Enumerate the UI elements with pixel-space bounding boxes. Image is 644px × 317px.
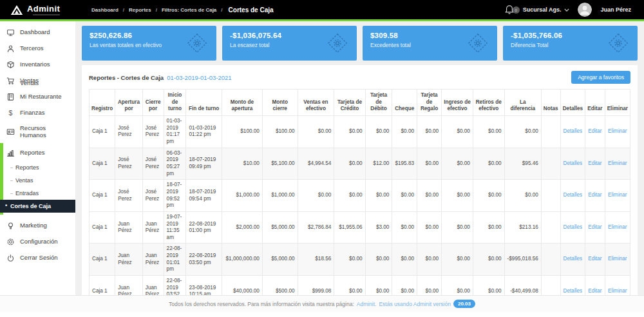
- add-to-favorites-button[interactable]: Agregar a favoritos: [571, 71, 630, 84]
- cell-monto_cierre: $1,000.00: [262, 180, 298, 212]
- cell-monto_apertura: $10.00: [222, 148, 262, 180]
- cell-delete: Eliminar: [605, 115, 630, 148]
- column-header: Cheque: [392, 90, 417, 116]
- delete-link[interactable]: Eliminar: [608, 128, 627, 134]
- delete-link[interactable]: Eliminar: [608, 256, 627, 262]
- breadcrumb-dashboard[interactable]: Dashboard: [91, 7, 118, 13]
- delete-link[interactable]: Eliminar: [608, 224, 627, 230]
- cell-details: Detalles: [560, 244, 585, 276]
- sidebar-item-ventas[interactable]: Ventas Ventas: [0, 73, 75, 89]
- cell-monto_apertura: $1,000,000.00: [222, 244, 262, 276]
- svg-text:$: $: [9, 109, 13, 117]
- edit-link[interactable]: Editar: [588, 128, 601, 134]
- cortes-table: RegistroApertura porCierre porInicio de …: [89, 89, 630, 295]
- page-title: Cortes de Caja: [229, 6, 274, 14]
- delete-link[interactable]: Eliminar: [608, 160, 627, 166]
- sidebar-item-terceros[interactable]: Terceros: [0, 41, 75, 57]
- details-link[interactable]: Detalles: [564, 192, 583, 198]
- report-date-range: 01-03-2019-01-03-2021: [167, 74, 231, 81]
- cell-monto_cierre: $5,000.00: [262, 244, 298, 276]
- sidebar-group-reportes: Reportes Reportes Ventas Entradas Cortes…: [0, 145, 75, 213]
- cell-fin_turno: 01-03-2019 01:22 pm: [186, 115, 222, 148]
- sidebar-item-inventarios[interactable]: Inventarios: [0, 57, 75, 73]
- delete-link[interactable]: Eliminar: [608, 288, 627, 294]
- breadcrumb-filtros[interactable]: Filtros: Cortes de Caja: [162, 7, 216, 13]
- details-link[interactable]: Detalles: [564, 288, 583, 294]
- cell-details: Detalles: [560, 180, 585, 212]
- cell-fin_turno: 18-07-2019 09:49 pm: [186, 148, 222, 180]
- cell-retiros_efectivo: $0.00: [473, 148, 504, 180]
- cell-tarjeta_debito: $0.00: [365, 276, 392, 295]
- details-link[interactable]: Detalles: [564, 256, 583, 262]
- branch-selector[interactable]: Sucursal Ags.: [523, 6, 570, 13]
- sidebar-item-label: Terceros: [20, 45, 43, 52]
- sidebar-subitem-ventas[interactable]: Ventas: [0, 174, 75, 187]
- sidebar-item-label: Dashboard: [20, 29, 50, 36]
- cell-la_diferencia: $95.46: [504, 148, 541, 180]
- sidebar-item-label: Configuración: [20, 238, 58, 245]
- table-row: Caja 1José PerezJosé Perez06-03-2019 05:…: [90, 148, 630, 180]
- cell-cheque: $0.00: [392, 115, 417, 148]
- sidebar-item-label: Recursos Humanos: [20, 125, 70, 139]
- notification-badge: 0: [513, 6, 520, 14]
- cell-monto_cierre: $500.00: [262, 276, 298, 295]
- logo[interactable]: Adminit: [10, 5, 77, 15]
- details-link[interactable]: Detalles: [564, 160, 583, 166]
- cell-ventas_efectivo: $999.08: [298, 276, 334, 295]
- cell-delete: Eliminar: [605, 180, 630, 212]
- bottom-strip: [0, 312, 644, 317]
- sidebar-item-dashboard[interactable]: Dashboard: [0, 24, 75, 41]
- breadcrumb-reportes[interactable]: Reportes: [129, 7, 151, 13]
- sidebar-item-mi-restaurante[interactable]: Mi Restaurante: [0, 89, 75, 105]
- avatar[interactable]: [578, 3, 592, 17]
- card-diferencia: -$1,035,766.06 Diferencia Total: [503, 26, 638, 61]
- cell-monto_apertura: $40,000.00: [222, 276, 262, 295]
- sidebar-subitem-cortes-de-caja[interactable]: Cortes de Caja: [0, 200, 75, 213]
- cell-inicio_turno: 22-08-2019 01:01 pm: [164, 244, 186, 276]
- sidebar-item-recursos-humanos[interactable]: Recursos Humanos: [0, 121, 75, 143]
- delete-link[interactable]: Eliminar: [608, 192, 627, 198]
- cell-notas: [541, 148, 560, 180]
- sidebar-item-configuracion[interactable]: Configuración: [0, 234, 75, 250]
- edit-link[interactable]: Editar: [588, 192, 601, 198]
- sidebar-item-cerrar-sesion[interactable]: Cerrar Sesión: [0, 250, 75, 266]
- column-header: Apertura por: [115, 90, 143, 116]
- cell-tarjeta_regalo: $0.00: [417, 211, 442, 244]
- cell-notas: [541, 180, 560, 212]
- version-badge: 20.03: [453, 300, 475, 308]
- sidebar-item-marketing[interactable]: Marketing: [0, 218, 75, 234]
- edit-link[interactable]: Editar: [588, 160, 601, 166]
- sidebar-item-finanzas[interactable]: $ Finanzas: [0, 105, 75, 121]
- cell-registro: Caja 1: [90, 115, 115, 148]
- sidebar-subitem-entradas[interactable]: Entradas: [0, 187, 75, 200]
- cell-cierre_por: José Perez: [142, 115, 164, 148]
- cell-ventas_efectivo: $0.00: [298, 115, 334, 148]
- sidebar-item-label: Reportes: [20, 149, 45, 157]
- marketing-icon: [6, 222, 15, 230]
- cell-inicio_turno: 22-08-2019 03:52 pm: [164, 276, 186, 295]
- footer-adminit-link[interactable]: Adminit.: [357, 301, 377, 307]
- sidebar-subitem-label: Entradas: [15, 190, 39, 197]
- details-link[interactable]: Detalles: [564, 128, 583, 134]
- edit-link[interactable]: Editar: [588, 288, 601, 294]
- notifications-bell[interactable]: 0: [505, 5, 515, 15]
- edit-link[interactable]: Editar: [588, 224, 601, 230]
- adminit-logo-icon: [10, 5, 23, 15]
- details-link[interactable]: Detalles: [564, 224, 583, 230]
- cell-tarjeta_credito: $0.00: [334, 180, 365, 212]
- sidebar-item-reportes[interactable]: Reportes: [0, 145, 75, 161]
- cell-cheque: $0.00: [392, 276, 417, 295]
- sidebar-item-label: Finanzas: [20, 110, 45, 117]
- chevron-down-icon: [564, 8, 569, 12]
- cell-ventas_efectivo: $2,786.84: [298, 211, 334, 244]
- cell-tarjeta_credito: $0.00: [334, 148, 365, 180]
- sidebar-subitem-reportes[interactable]: Reportes: [0, 161, 75, 174]
- cell-registro: Caja 1: [90, 211, 115, 244]
- edit-link[interactable]: Editar: [588, 256, 601, 262]
- cell-notas: [541, 244, 560, 276]
- cell-fin_turno: 22-08-2019 03:50 pm: [186, 244, 222, 276]
- table-row: Caja 1Juan PérezJuan Pérez22-08-2019 03:…: [90, 276, 630, 295]
- cell-tarjeta_credito: $0.00: [334, 276, 365, 295]
- cell-edit: Editar: [585, 276, 605, 295]
- cell-edit: Editar: [585, 148, 605, 180]
